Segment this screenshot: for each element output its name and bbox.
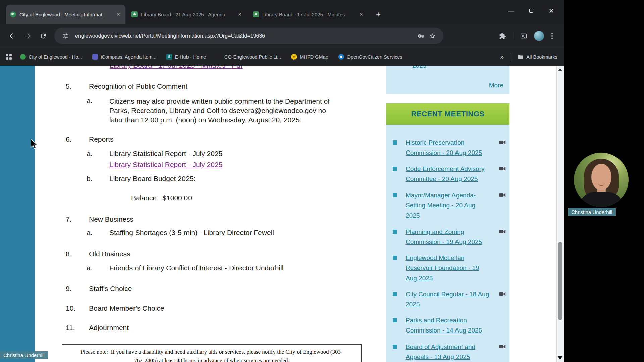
video-camera-icon[interactable] xyxy=(499,344,506,350)
tab-library-board-agenda[interactable]: Library Board - 21 Aug 2025 - Agenda × xyxy=(127,5,247,24)
address-bar[interactable]: englewoodgov.civicweb.net/Portal/Meeting… xyxy=(54,28,443,44)
menu-kebab-icon[interactable] xyxy=(549,32,555,40)
tab-favicon-icon xyxy=(131,11,138,17)
url-text[interactable]: englewoodgov.civicweb.net/Portal/Meeting… xyxy=(75,33,415,39)
paragraph-line: Parks, Recreation, Library and Golf to d… xyxy=(109,106,330,115)
meeting-link[interactable]: Planning and Zoning xyxy=(406,227,482,237)
bookmark-favicon-icon: S xyxy=(166,54,172,60)
agenda-number: 5. xyxy=(66,82,89,90)
screen: City of Englewood - Meeting Informat × L… xyxy=(0,0,644,362)
meeting-link[interactable]: Code Enforcement Advisory xyxy=(406,164,485,174)
bookmarks-bar: City of Englewood - Ho... iCompass: Agen… xyxy=(0,48,564,66)
bullet-square-icon xyxy=(393,256,397,260)
sidebar-upcoming-panel: 2025 More xyxy=(386,66,509,94)
bookmark-co-englewood-library[interactable]: CO-Englewood Public Li... xyxy=(216,54,281,60)
bookmark-label: CO-Englewood Public Li... xyxy=(224,54,281,60)
video-camera-icon[interactable] xyxy=(499,292,506,298)
minutes-pdf-link[interactable]: Library Board - 17 Jul 2025 - Minutes - … xyxy=(110,66,243,69)
agenda-title: Reports xyxy=(89,135,114,143)
clipped-top-link[interactable]: Library Board - 17 Jul 2025 - Minutes - … xyxy=(110,66,243,70)
meeting-link[interactable]: Commission - 19 Aug 2025 xyxy=(406,237,482,247)
back-button[interactable] xyxy=(5,28,20,44)
tab-library-board-minutes[interactable]: Library Board - 17 Jul 2025 - Minutes × xyxy=(249,5,368,24)
more-link[interactable]: More xyxy=(489,82,503,89)
minimize-button[interactable]: — xyxy=(501,3,521,18)
corner-name-label: Christina Underhill xyxy=(0,351,48,359)
tab-close-icon[interactable]: × xyxy=(236,11,244,18)
meeting-link[interactable]: 2025 xyxy=(406,210,476,221)
bookmark-opengov[interactable]: OpenGovCitizen Services xyxy=(338,54,402,60)
video-camera-icon[interactable] xyxy=(499,229,506,235)
meeting-link[interactable]: Mayor/Manager Agenda- xyxy=(406,190,476,200)
scroll-up-arrow[interactable] xyxy=(558,68,562,71)
apps-grid-icon[interactable] xyxy=(6,54,12,60)
paragraph-line: Citizens may also provide written public… xyxy=(109,97,330,106)
bookmark-label: iCompass: Agenda Item... xyxy=(101,54,156,60)
close-button[interactable]: × xyxy=(541,3,561,18)
tab-favicon-icon xyxy=(253,11,259,17)
meeting-link[interactable]: Aug 2025 xyxy=(406,273,479,283)
meeting-link[interactable]: Commission - 20 Aug 2025 xyxy=(406,148,482,158)
bookmark-mhfd-gmap[interactable]: M MHFD GMap xyxy=(291,54,328,60)
all-bookmarks-button[interactable]: All Bookmarks xyxy=(518,54,557,60)
extensions-icon[interactable] xyxy=(497,30,508,42)
agenda-item-5: 5.Recognition of Public Comment xyxy=(66,82,187,90)
page-content: Library Board - 17 Jul 2025 - Minutes - … xyxy=(0,66,564,362)
forward-icon xyxy=(24,32,32,40)
forward-button[interactable] xyxy=(20,28,36,44)
bookmark-favicon-icon xyxy=(20,54,26,60)
meeting-link[interactable]: Setting Meeting - 20 Aug xyxy=(406,200,476,210)
new-tab-button[interactable]: + xyxy=(373,9,384,20)
clipped-link-fragment: 2025 xyxy=(412,66,426,69)
recent-meetings-list: Historic Preservation Commission - 20 Au… xyxy=(386,125,509,362)
bookmark-icompass[interactable]: iCompass: Agenda Item... xyxy=(92,54,156,60)
tab-title: Library Board - 17 Jul 2025 - Minutes xyxy=(262,12,356,17)
meeting-link[interactable]: 2025 xyxy=(406,299,489,309)
bookmarks-divider xyxy=(511,53,511,61)
meeting-link[interactable]: Commission - 14 Aug 2025 xyxy=(406,325,482,336)
meeting-link[interactable]: Board of Adjustment and xyxy=(406,342,475,352)
tab-close-icon[interactable]: × xyxy=(358,11,365,18)
tab-title: Library Board - 21 Aug 2025 - Agenda xyxy=(141,12,234,17)
video-camera-icon[interactable] xyxy=(499,166,506,172)
scroll-down-arrow[interactable] xyxy=(558,356,562,360)
bookmark-label: City of Englewood - Ho... xyxy=(29,54,82,60)
side-search-icon[interactable] xyxy=(518,30,529,42)
bookmarks-overflow-chevron[interactable]: » xyxy=(500,53,504,61)
tab-meeting-information[interactable]: City of Englewood - Meeting Informat × xyxy=(6,5,125,24)
tab-close-icon[interactable]: × xyxy=(115,11,122,18)
page-scrollbar[interactable] xyxy=(556,66,564,362)
agenda-number: 9. xyxy=(66,285,89,293)
meeting-link[interactable]: Appeals - 13 Aug 2025 xyxy=(406,352,475,362)
recent-meetings-header: RECENT MEETINGS xyxy=(386,103,509,125)
agenda-letter: a. xyxy=(87,229,109,237)
tab-strip: City of Englewood - Meeting Informat × L… xyxy=(0,0,564,24)
scrollbar-thumb[interactable] xyxy=(558,242,562,320)
video-camera-icon[interactable] xyxy=(499,193,506,199)
clipped-link-text: 2025 xyxy=(412,66,426,69)
statistical-report-link[interactable]: Library Statistical Report - July 2025 xyxy=(109,161,222,169)
reload-button[interactable] xyxy=(36,28,51,44)
maximize-button[interactable] xyxy=(521,3,541,18)
folder-icon xyxy=(518,54,524,60)
bookmark-ehub[interactable]: S E-Hub - Home xyxy=(166,54,206,60)
profile-avatar[interactable] xyxy=(534,31,544,41)
meeting-link[interactable]: Englewood McLellan xyxy=(406,253,479,263)
tab-title: City of Englewood - Meeting Informat xyxy=(19,12,113,17)
meeting-link[interactable]: Reservoir Foundation - 19 xyxy=(406,263,479,273)
video-camera-icon[interactable] xyxy=(499,140,506,146)
bookmark-star-icon[interactable] xyxy=(427,30,438,42)
meeting-link[interactable]: Committee - 20 Aug 2025 xyxy=(406,174,485,184)
agenda-letter: a. xyxy=(87,264,109,272)
meeting-link[interactable]: Parks and Recreation xyxy=(406,315,482,325)
agenda-item-9: 9.Staff's Choice xyxy=(66,285,132,293)
password-key-icon[interactable] xyxy=(415,30,427,42)
meeting-link[interactable]: City Council Regular - 18 Aug xyxy=(406,289,489,299)
meeting-link[interactable]: Historic Preservation xyxy=(406,138,482,148)
site-info-icon[interactable] xyxy=(60,30,71,42)
disability-note-box: Please note: If you have a disability an… xyxy=(62,344,362,362)
bookmark-favicon-icon: M xyxy=(291,54,297,60)
bookmarks-right-cluster: » All Bookmarks xyxy=(500,53,557,61)
agenda-item-6a: a. Library Statistical Report - July 202… xyxy=(87,149,222,158)
bookmark-city-of-englewood[interactable]: City of Englewood - Ho... xyxy=(20,54,82,60)
